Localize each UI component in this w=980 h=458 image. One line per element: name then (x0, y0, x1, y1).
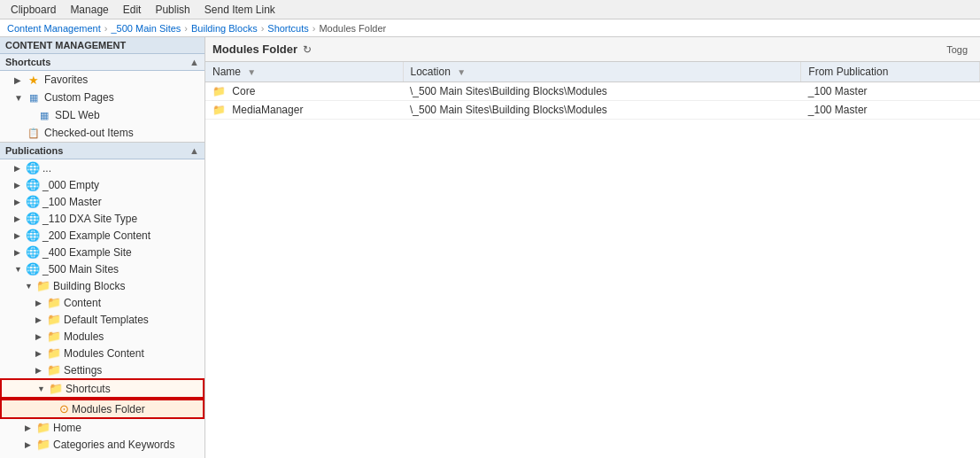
favorites-label: Favorites (44, 74, 88, 86)
sidebar-shortcuts-section: CONTENT MANAGEMENT Shortcuts ▲ ▶ ★ Favor… (0, 37, 204, 143)
pub-110-arrow: ▶ (14, 214, 23, 223)
publications-header: Publications ▲ (0, 143, 204, 159)
items-table: Name ▼ Location ▼ From Publication (205, 62, 980, 120)
row-location-cell: \_500 Main Sites\Building Blocks\Modules (403, 101, 801, 120)
pub-500-label: _500 Main Sites (42, 263, 119, 276)
dt-folder-icon: 📁 (47, 313, 61, 326)
pub-100-arrow: ▶ (14, 198, 23, 206)
pub-100-label: _100 Master (42, 196, 102, 208)
sdl-web-label: SDL Web (55, 109, 100, 121)
toolbar-publish[interactable]: Publish (148, 2, 197, 18)
content-table: Name ▼ Location ▼ From Publication (205, 62, 980, 458)
pub-400-label: _400 Example Site (42, 246, 132, 259)
pub-item-110-dxa[interactable]: ▶ 🌐 _110 DXA Site Type (0, 210, 204, 227)
favorites-arrow: ▶ (14, 75, 23, 85)
mf-label: Modules Folder (72, 403, 145, 415)
breadcrumb-500-main-sites[interactable]: _500 Main Sites (111, 23, 181, 34)
modules-arrow: ▶ (35, 332, 44, 341)
dt-arrow: ▶ (35, 315, 44, 324)
sidebar-publications-section: Publications ▲ ▶ 🌐 ... ▶ 🌐 _000 Empty ▶ … (0, 143, 204, 458)
table-row[interactable]: 📁 Core \_500 Main Sites\Building Blocks\… (205, 82, 980, 101)
breadcrumb-sep-2: › (184, 23, 188, 34)
settings-arrow: ▶ (35, 366, 44, 375)
shortcuts-arrow: ▼ (37, 384, 46, 393)
home-folder-icon: 📁 (36, 421, 50, 434)
tree-content[interactable]: ▶ 📁 Content (0, 294, 204, 311)
modules-label: Modules (64, 330, 104, 343)
breadcrumb-content-management[interactable]: Content Management (7, 23, 101, 34)
shortcuts-section-header: Shortcuts ▲ (0, 54, 204, 71)
pub-500-globe: 🌐 (26, 262, 40, 276)
pub-overflow-label: ... (42, 162, 51, 175)
location-filter-btn[interactable]: ▼ (457, 67, 466, 77)
breadcrumb-shortcuts[interactable]: Shortcuts (267, 23, 308, 34)
tree-modules[interactable]: ▶ 📁 Modules (0, 328, 204, 345)
sidebar-item-custom-pages[interactable]: ▼ ▦ Custom Pages (0, 89, 204, 106)
publications-collapse-btn[interactable]: ▲ (189, 145, 199, 156)
row-folder-icon: 📁 (212, 85, 226, 97)
toggle-button[interactable]: Togg (941, 43, 973, 57)
grid-icon: ▦ (27, 90, 41, 105)
pub-200-globe: 🌐 (26, 229, 40, 242)
sidebar: CONTENT MANAGEMENT Shortcuts ▲ ▶ ★ Favor… (0, 37, 205, 458)
pub-item-100-master[interactable]: ▶ 🌐 _100 Master (0, 193, 204, 210)
publications-label: Publications (5, 145, 63, 156)
home-arrow: ▶ (25, 423, 34, 432)
bb-folder-icon: 📁 (36, 279, 50, 292)
pub-000-globe: 🌐 (26, 178, 40, 191)
tree-home[interactable]: ▶ 📁 Home (0, 419, 204, 436)
row-location: \_500 Main Sites\Building Blocks\Modules (410, 104, 607, 116)
toolbar-clipboard[interactable]: Clipboard (4, 2, 63, 18)
row-location: \_500 Main Sites\Building Blocks\Modules (410, 85, 607, 97)
refresh-button[interactable]: ↻ (303, 43, 312, 56)
content-folder-icon: 📁 (47, 296, 61, 309)
breadcrumb-sep-1: › (104, 23, 108, 34)
pub-overflow-arrow: ▶ (14, 164, 23, 173)
checkedout-icon: 📋 (27, 126, 41, 140)
pub-item-400-example[interactable]: ▶ 🌐 _400 Example Site (0, 244, 204, 260)
breadcrumb-building-blocks[interactable]: Building Blocks (191, 23, 258, 34)
row-from-pub-cell: _100 Master (801, 82, 980, 101)
content-title: Modules Folder (212, 43, 297, 56)
tree-default-templates[interactable]: ▶ 📁 Default Templates (0, 311, 204, 328)
breadcrumb: Content Management › _500 Main Sites › B… (0, 19, 980, 37)
mf-special-icon: ⊙ (59, 402, 69, 415)
shortcuts-tree-label: Shortcuts (66, 383, 111, 395)
sidebar-item-checked-out[interactable]: 📋 Checked-out Items (0, 124, 204, 142)
star-icon: ★ (27, 73, 41, 87)
pub-item-200-example[interactable]: ▶ 🌐 _200 Example Content (0, 227, 204, 244)
shortcuts-collapse-btn[interactable]: ▲ (189, 57, 199, 67)
pub-110-globe: 🌐 (26, 212, 40, 225)
pub-item-000-empty[interactable]: ▶ 🌐 _000 Empty (0, 176, 204, 193)
name-filter-btn[interactable]: ▼ (247, 67, 256, 77)
tree-modules-folder[interactable]: ⊙ Modules Folder (0, 399, 204, 419)
tree-modules-content[interactable]: ▶ 📁 Modules Content (0, 345, 204, 361)
col-from-publication: From Publication (801, 62, 980, 82)
row-name: Core (232, 85, 255, 97)
pub-200-label: _200 Example Content (42, 229, 150, 242)
tree-settings[interactable]: ▶ 📁 Settings (0, 361, 204, 378)
toolbar-edit[interactable]: Edit (116, 2, 149, 18)
row-from-pub: _100 Master (808, 104, 868, 116)
cat-folder-icon: 📁 (36, 438, 50, 451)
toolbar-send-item-link[interactable]: Send Item Link (197, 2, 282, 18)
breadcrumb-sep-4: › (313, 23, 316, 34)
sidebar-item-sdl-web[interactable]: ▦ SDL Web (0, 106, 204, 124)
tree-shortcuts[interactable]: ▼ 📁 Shortcuts (0, 378, 204, 399)
content-management-label: CONTENT MANAGEMENT (5, 40, 126, 50)
pub-000-label: _000 Empty (42, 179, 99, 191)
mc-folder-icon: 📁 (47, 346, 61, 360)
content-label: Content (64, 297, 101, 309)
content-header: Modules Folder ↻ Togg (205, 37, 980, 62)
table-row[interactable]: 📁 MediaManager \_500 Main Sites\Building… (205, 101, 980, 120)
tree-categories[interactable]: ▶ 📁 Categories and Keywords (0, 436, 204, 453)
col-location: Location ▼ (403, 62, 801, 82)
toolbar-manage[interactable]: Manage (63, 2, 115, 18)
tree-building-blocks[interactable]: ▼ 📁 Building Blocks (0, 277, 204, 294)
content-arrow: ▶ (35, 299, 44, 307)
pub-item-overflow[interactable]: ▶ 🌐 ... (0, 159, 204, 176)
pub-item-500-main-sites[interactable]: ▼ 🌐 _500 Main Sites (0, 260, 204, 277)
content-area: Modules Folder ↻ Togg Name ▼ Location ▼ (205, 37, 980, 458)
sidebar-item-favorites[interactable]: ▶ ★ Favorites (0, 71, 204, 89)
settings-label: Settings (64, 364, 102, 376)
